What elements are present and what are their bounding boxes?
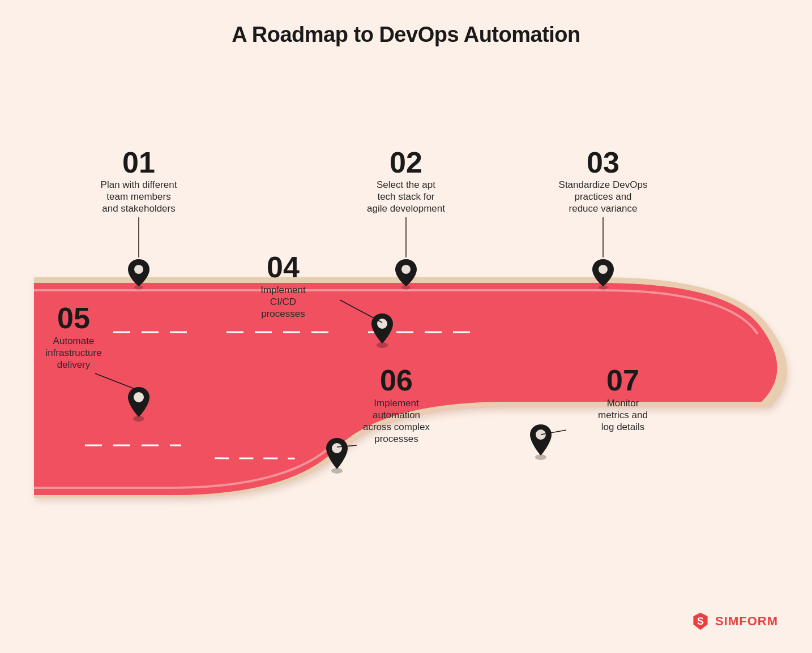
step-05-text-l3: delivery xyxy=(57,359,91,370)
step-07-text-l2: metrics and xyxy=(598,410,648,420)
step-02-number: 02 xyxy=(390,146,422,179)
step-03-text-l3: reduce variance xyxy=(569,203,638,214)
pin-06 xyxy=(326,438,348,474)
step-04-text-l3: processes xyxy=(261,308,305,319)
step-04-text-l1: Implement xyxy=(260,285,306,295)
svg-point-14 xyxy=(134,392,144,402)
step-07-text-l3: log details xyxy=(601,422,645,432)
step-03-text-l2: practices and xyxy=(574,191,631,202)
page-title: A Roadmap to DevOps Automation xyxy=(0,0,812,47)
step-05-number: 05 xyxy=(57,302,90,334)
step-04-text-l2: CI/CD xyxy=(270,297,296,307)
svg-point-12 xyxy=(377,319,387,329)
simform-logo-icon: S xyxy=(690,611,711,631)
step-03-number: 03 xyxy=(587,146,619,179)
step-01-number: 01 xyxy=(122,146,155,179)
step-01-text-l2: team members xyxy=(106,191,170,202)
step-02-text-l3: agile development xyxy=(367,203,445,214)
svg-point-8 xyxy=(401,265,411,274)
step-06-text-l2: automation xyxy=(373,410,420,420)
step-01-text-l3: and stakeholders xyxy=(102,203,175,214)
step-02-text-l1: Select the apt xyxy=(377,179,435,190)
road-illustration: 01 Plan with different team members and … xyxy=(0,57,812,566)
step-06-text-l3: across complex xyxy=(363,422,430,432)
step-05-text-l1: Automate xyxy=(53,336,95,346)
simform-logo: S SIMFORM xyxy=(690,611,778,631)
svg-point-6 xyxy=(134,265,143,274)
svg-point-16 xyxy=(332,443,342,453)
step-01-text-l1: Plan with different xyxy=(101,179,177,190)
step-04-number: 04 xyxy=(267,251,300,283)
step-07-number: 07 xyxy=(606,364,639,397)
step-05-text-l2: infrastructure xyxy=(45,347,101,358)
simform-brand-name: SIMFORM xyxy=(715,614,778,629)
step-02-text-l2: tech stack for xyxy=(377,191,434,202)
step-06-text-l4: processes xyxy=(374,433,418,444)
step-03-text-l1: Standardize DevOps xyxy=(559,179,648,190)
step-06-number: 06 xyxy=(380,364,413,397)
page-container: A Roadmap to DevOps Automation xyxy=(0,0,812,653)
svg-point-10 xyxy=(599,265,608,274)
svg-text:S: S xyxy=(697,616,704,627)
step-06-text-l1: Implement xyxy=(374,398,419,409)
step-07-text-l1: Monitor xyxy=(607,398,639,409)
pin-07 xyxy=(530,424,552,460)
